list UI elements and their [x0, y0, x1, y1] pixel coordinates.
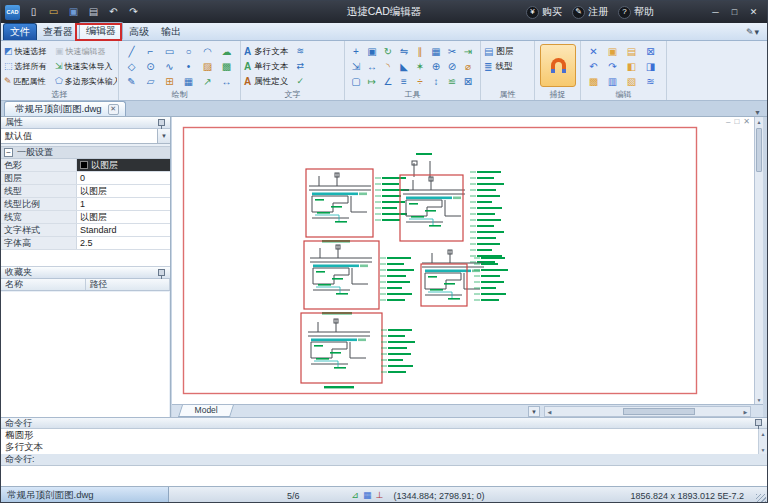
drawing-canvas[interactable]: – □ ✕ — [172, 117, 754, 404]
property-group-header[interactable]: − 一般设置 — [1, 146, 170, 159]
edit-waves-icon[interactable]: ≋ — [641, 74, 660, 89]
buy-button[interactable]: ¥购买 — [526, 4, 562, 20]
layer-manager-button[interactable]: ▤图层 — [484, 44, 532, 59]
chamfer-icon[interactable]: ◣ — [396, 59, 412, 74]
undo-edit-icon[interactable]: ↶ — [584, 59, 603, 74]
resize-grip[interactable] — [756, 494, 766, 503]
linetype-manager-button[interactable]: ≣线型 — [484, 59, 532, 74]
extend-icon[interactable]: ⇥ — [460, 44, 476, 59]
scroll-left-icon[interactable]: ◀ — [545, 407, 554, 416]
edit-right-icon[interactable]: ◨ — [641, 59, 660, 74]
cut-icon[interactable]: ✕ — [584, 44, 603, 59]
scroll-up-icon[interactable]: ▲ — [755, 117, 763, 126]
break-icon[interactable]: ⊘ — [444, 59, 460, 74]
ortho-status-icon[interactable]: ⊥ — [376, 490, 384, 502]
property-value[interactable]: Standard — [77, 224, 170, 236]
region-icon[interactable]: ▱ — [141, 74, 160, 89]
gradient-icon[interactable]: ▩ — [217, 59, 236, 74]
toolbar-options-button[interactable]: ✎ ▾ — [746, 24, 759, 40]
save-icon[interactable]: ▣ — [65, 4, 82, 20]
scroll-down-icon[interactable]: ▼ — [759, 445, 767, 454]
arc-icon[interactable]: ◠ — [198, 44, 217, 59]
close-button[interactable]: ✕ — [744, 4, 763, 20]
rotate-icon[interactable]: ↻ — [380, 44, 396, 59]
polygon-icon[interactable]: ◇ — [122, 59, 141, 74]
redo-icon[interactable]: ↷ — [125, 4, 142, 20]
scale-icon[interactable]: ⇲ — [348, 59, 364, 74]
redo-edit-icon[interactable]: ↷ — [603, 59, 622, 74]
model-tab[interactable]: Model — [178, 405, 234, 417]
tab-editor[interactable]: 编辑器 — [79, 22, 123, 40]
single-text-button[interactable]: A单行文本 — [244, 59, 288, 74]
property-value[interactable]: 以图层 — [77, 159, 170, 171]
quick-select[interactable]: ◩快速选择 — [4, 44, 54, 59]
copy-clip-icon[interactable]: ▣ — [603, 44, 622, 59]
status-file-tab[interactable]: 常规吊顶剖面图.dwg — [1, 487, 169, 503]
circle-icon[interactable]: ○ — [179, 44, 198, 59]
pin-icon[interactable] — [754, 418, 763, 428]
tab-viewer[interactable]: 查看器 — [37, 24, 79, 40]
mtext-button[interactable]: A多行文本 — [244, 44, 288, 59]
hatch-icon[interactable]: ▨ — [198, 59, 217, 74]
angle-icon[interactable]: ∠ — [380, 74, 396, 89]
snap-status-icon[interactable]: ⊿ — [352, 490, 360, 502]
favorites-col-path[interactable]: 路径 — [86, 279, 171, 290]
text-style-icon[interactable]: ≋ — [292, 44, 308, 59]
scroll-right-icon[interactable]: ▶ — [741, 407, 750, 416]
edit-hatch-icon[interactable]: ▧ — [622, 74, 641, 89]
lengthen-icon[interactable]: ↕ — [428, 74, 444, 89]
move-icon[interactable]: + — [348, 44, 364, 59]
scroll-down-icon[interactable]: ▼ — [755, 395, 763, 404]
join-icon[interactable]: ⊕ — [428, 59, 444, 74]
point-icon[interactable]: • — [179, 59, 198, 74]
print-icon[interactable]: ▤ — [85, 4, 102, 20]
property-value[interactable]: 以图层 — [77, 211, 170, 223]
area-icon[interactable]: ▢ — [348, 74, 364, 89]
list-icon[interactable]: ≡ — [396, 74, 412, 89]
paste-icon[interactable]: ▤ — [622, 44, 641, 59]
layout-list-dropdown[interactable]: ▼ — [528, 406, 540, 417]
line-icon[interactable]: ╱ — [122, 44, 141, 59]
grid-status-icon[interactable]: ▦ — [363, 490, 372, 502]
favorites-col-name[interactable]: 名称 — [1, 279, 86, 290]
edit-top-icon[interactable]: ▩ — [584, 74, 603, 89]
tab-file[interactable]: 文件 — [3, 23, 37, 40]
new-file-icon[interactable]: ▯ — [25, 4, 42, 20]
document-close-icon[interactable]: ✕ — [108, 104, 119, 115]
undo-icon[interactable]: ↶ — [105, 4, 122, 20]
command-scrollbar[interactable]: ▲ ▼ — [758, 429, 767, 454]
horizontal-scrollbar[interactable]: ◀ ▶ — [544, 406, 751, 417]
tab-output[interactable]: 输出 — [155, 24, 187, 40]
diameter-icon[interactable]: ⌀ — [460, 59, 476, 74]
mirror-icon[interactable]: ⇋ — [396, 44, 412, 59]
property-value[interactable]: 0 — [77, 172, 170, 184]
match-properties[interactable]: ✎匹配属性 — [4, 74, 54, 89]
property-value[interactable]: 以图层 — [77, 185, 170, 197]
help-button[interactable]: ?帮助 — [618, 4, 654, 20]
offset-icon[interactable]: ∥ — [412, 44, 428, 59]
favorites-list[interactable] — [1, 292, 169, 417]
sketch-icon[interactable]: ✎ — [122, 74, 141, 89]
ellipse-icon[interactable]: ⊙ — [141, 59, 160, 74]
property-value[interactable]: 2.5 — [77, 237, 170, 249]
leader-icon[interactable]: ↗ — [198, 74, 217, 89]
align-icon[interactable]: ≌ — [444, 74, 460, 89]
spline-icon[interactable]: ∿ — [160, 59, 179, 74]
minimize-button[interactable]: ─ — [706, 4, 725, 20]
edit-grid-icon[interactable]: ▥ — [603, 74, 622, 89]
revcloud-icon[interactable]: ☁ — [217, 44, 236, 59]
maximize-button[interactable]: □ — [725, 4, 744, 20]
distance-icon[interactable]: ↦ — [364, 74, 380, 89]
pin-icon[interactable] — [157, 268, 166, 278]
insert-block-icon[interactable]: ⊞ — [160, 74, 179, 89]
erase-icon[interactable]: ⊠ — [460, 74, 476, 89]
explode-icon[interactable]: ✶ — [412, 59, 428, 74]
delete-icon[interactable]: ⊠ — [641, 44, 660, 59]
tab-advanced[interactable]: 高级 — [123, 24, 155, 40]
select-all[interactable]: ⬚选择所有 — [4, 59, 54, 74]
spell-check-icon[interactable]: ✓ — [292, 74, 308, 89]
copy-icon[interactable]: ▣ — [364, 44, 380, 59]
preset-dropdown[interactable]: 默认值 ▼ — [1, 129, 170, 144]
tab-list-dropdown[interactable]: ▼ — [754, 109, 761, 116]
command-input[interactable] — [1, 466, 767, 486]
